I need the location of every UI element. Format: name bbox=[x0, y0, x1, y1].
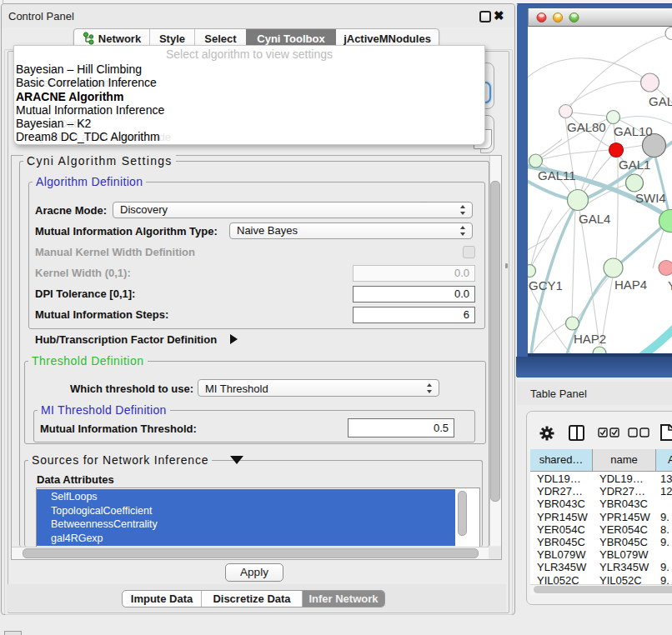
svg-text:GAL2: GAL2 bbox=[649, 94, 672, 108]
svg-text:Y: Y bbox=[668, 278, 672, 292]
svg-text:GAL4: GAL4 bbox=[579, 212, 610, 226]
svg-text:GAL80: GAL80 bbox=[567, 120, 606, 134]
svg-text:GCY1: GCY1 bbox=[529, 278, 563, 292]
svg-text:HAP2: HAP2 bbox=[574, 332, 606, 346]
svg-text:GAL1: GAL1 bbox=[619, 158, 650, 172]
svg-text:HAP4: HAP4 bbox=[614, 278, 647, 292]
svg-text:SWI4: SWI4 bbox=[635, 191, 666, 205]
svg-text:GAL11: GAL11 bbox=[538, 168, 576, 182]
svg-text:GAL10: GAL10 bbox=[614, 124, 653, 138]
